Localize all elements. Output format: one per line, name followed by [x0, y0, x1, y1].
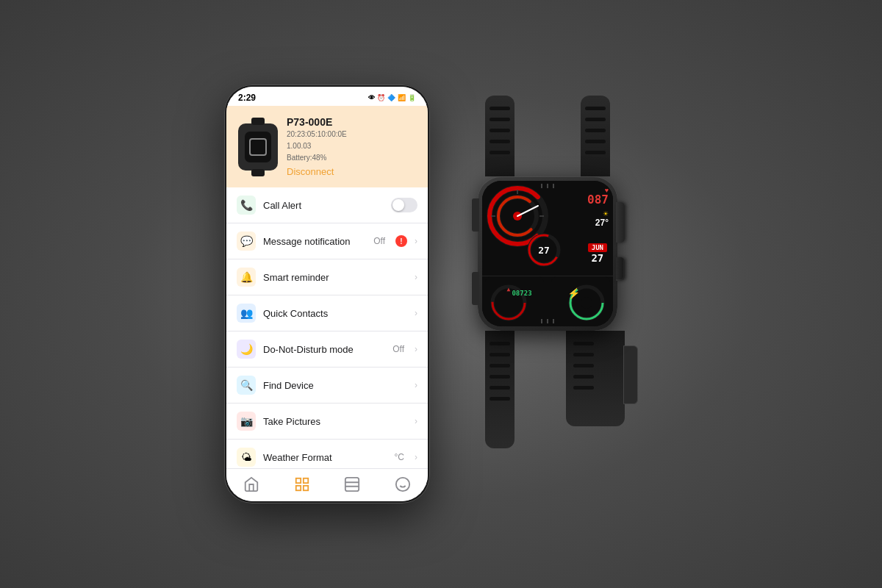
center-number: 27 [538, 245, 550, 256]
watch-container: ♥ 087 ☀ 27° 2 [437, 96, 658, 492]
band-hole [490, 375, 510, 379]
band-hole [490, 364, 510, 368]
device-card: P73-000E 20:23:05:10:00:0E 1.00.03 Batte… [226, 106, 428, 187]
band-hole [490, 151, 510, 154]
band-bottom-right [566, 331, 625, 426]
device-info: P73-000E 20:23:05:10:00:0E 1.00.03 Batte… [287, 116, 416, 177]
band-hole [585, 118, 606, 121]
bluetooth-icon: 🔷 [387, 94, 395, 101]
tick [541, 184, 542, 188]
svg-rect-3 [304, 486, 308, 490]
do-not-disturb-value: Off [392, 344, 404, 354]
menu-item-smart-reminder[interactable]: 🔔 Smart reminder › [226, 259, 428, 295]
band-hole [573, 342, 594, 345]
phone-screen: 2:29 👁 ⏰ 🔷 📶 🔋 P73-000E [226, 87, 428, 501]
heart-rate-value: 087 [587, 194, 609, 206]
smart-reminder-chevron: › [415, 272, 417, 282]
weather-format-value: °C [395, 452, 404, 462]
band-hole [573, 353, 594, 356]
temperature-value: 27° [595, 218, 609, 228]
quick-contacts-icon: 👥 [237, 304, 256, 323]
weather-format-icon: 🌤 [237, 448, 256, 467]
band-hole [490, 342, 510, 345]
band-hole [490, 386, 510, 390]
device-version: 1.00.03 [287, 141, 416, 151]
menu-item-message-notification[interactable]: 💬 Message notification Off ! › [226, 223, 428, 259]
do-not-disturb-chevron: › [415, 344, 417, 354]
band-hole [585, 140, 606, 143]
phone-container: 2:29 👁 ⏰ 🔷 📶 🔋 P73-000E [224, 85, 430, 503]
heart-rate-display: ♥ 087 [587, 187, 609, 206]
battery-gauge: ⚡ [551, 276, 610, 323]
call-alert-toggle[interactable] [391, 198, 417, 212]
bottom-tick-marks [541, 319, 554, 323]
find-device-chevron: › [415, 380, 417, 390]
svg-text:08723: 08723 [512, 290, 531, 297]
side-button-top [616, 202, 625, 243]
quick-contacts-chevron: › [415, 308, 417, 318]
nav-activity[interactable] [294, 476, 310, 492]
date-day: 27 [588, 252, 607, 264]
nav-apps[interactable] [344, 476, 360, 492]
do-not-disturb-icon: 🌙 [237, 340, 256, 359]
call-alert-icon: 📞 [237, 196, 256, 215]
svg-rect-1 [304, 478, 308, 483]
band-hole [585, 107, 606, 110]
menu-item-do-not-disturb[interactable]: 🌙 Do-Not-Disturb mode Off › [226, 331, 428, 368]
smart-reminder-icon: 🔔 [237, 268, 256, 287]
nav-home[interactable] [243, 476, 259, 492]
steps-gauge: ▲ 08723 [485, 276, 544, 323]
band-top-right [581, 96, 610, 176]
band-holes-br [573, 342, 594, 390]
watch-screen: ♥ 087 ☀ 27° 2 [482, 181, 613, 326]
menu-item-call-alert[interactable]: 📞 Call Alert [226, 187, 428, 223]
band-hole [490, 353, 510, 356]
svg-rect-2 [296, 486, 301, 490]
band-bottom-section [470, 331, 625, 448]
svg-text:⚡: ⚡ [567, 287, 581, 300]
disconnect-button[interactable]: Disconnect [287, 166, 416, 177]
band-hole [573, 386, 594, 390]
center-gauge: 27 [526, 232, 562, 268]
message-notification-label: Message notification [263, 236, 366, 247]
menu-item-quick-contacts[interactable]: 👥 Quick Contacts › [226, 295, 428, 331]
tick [547, 184, 548, 188]
battery-icon: 🔋 [408, 94, 416, 101]
band-hole [490, 129, 510, 132]
status-icons: 👁 ⏰ 🔷 📶 🔋 [368, 94, 416, 101]
take-pictures-chevron: › [415, 416, 417, 426]
band-top-left [485, 96, 514, 176]
band-top-section [470, 96, 625, 176]
band-hole [585, 129, 606, 132]
watch-case: ♥ 087 ☀ 27° 2 [478, 176, 617, 331]
band-hole [585, 151, 606, 154]
quick-contacts-label: Quick Contacts [263, 308, 407, 319]
status-bar: 2:29 👁 ⏰ 🔷 📶 🔋 [226, 87, 428, 106]
take-pictures-icon: 📷 [237, 412, 256, 431]
take-pictures-label: Take Pictures [263, 416, 407, 427]
weather-format-chevron: › [415, 452, 417, 462]
band-hole [490, 397, 510, 401]
menu-item-weather-format[interactable]: 🌤 Weather Format °C › [226, 440, 428, 468]
do-not-disturb-label: Do-Not-Disturb mode [263, 344, 385, 355]
tick [553, 184, 554, 188]
sun-icon: ☀ [595, 210, 609, 218]
date-display: JUN 27 [588, 243, 607, 264]
band-holes-tl [490, 107, 510, 154]
device-battery: Battery:48% [287, 153, 416, 163]
menu-item-find-device[interactable]: 🔍 Find Device › [226, 368, 428, 404]
bottom-nav [226, 468, 428, 501]
find-device-label: Find Device [263, 380, 407, 391]
menu-item-take-pictures[interactable]: 📷 Take Pictures › [226, 404, 428, 440]
watch-face-thumb [245, 132, 271, 162]
nav-smiley[interactable] [395, 476, 411, 492]
wifi-icon: 📶 [398, 94, 406, 101]
svg-text:▲: ▲ [507, 286, 511, 293]
message-notification-badge: ! [395, 235, 407, 247]
date-month: JUN [588, 243, 607, 252]
smartwatch: ♥ 087 ☀ 27° 2 [437, 96, 658, 492]
band-holes-tr [585, 107, 606, 154]
center-arc: 27 [526, 232, 562, 268]
menu-list: 📞 Call Alert 💬 Message notification Off … [226, 187, 428, 468]
find-device-icon: 🔍 [237, 376, 256, 395]
